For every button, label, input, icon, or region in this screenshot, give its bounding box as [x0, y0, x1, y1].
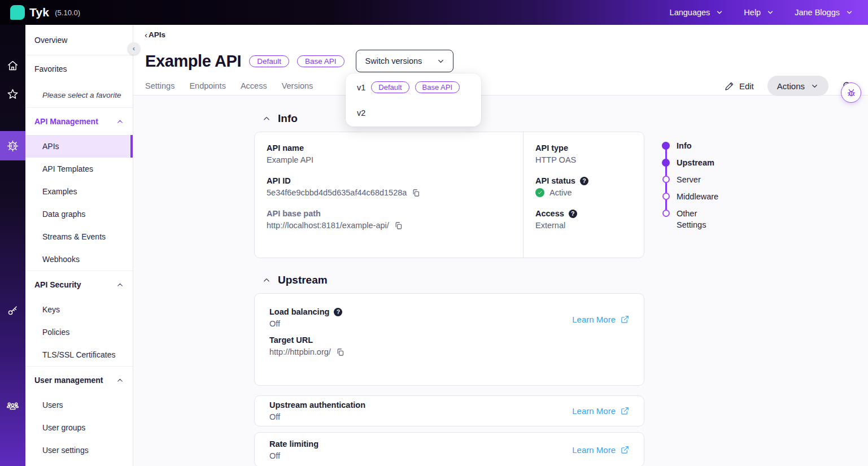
tab-settings[interactable]: Settings: [145, 81, 175, 94]
languages-menu[interactable]: Languages: [670, 8, 724, 17]
anchor-link-other-settings[interactable]: Other Settings: [677, 208, 717, 230]
anchor-dot-other-settings[interactable]: [662, 210, 670, 217]
help-tooltip-icon[interactable]: [569, 210, 577, 218]
copy-icon: [336, 348, 344, 356]
chevron-down-icon: [845, 8, 853, 16]
copy-button[interactable]: [412, 189, 420, 197]
field-label: API type: [535, 143, 633, 153]
anchor-link-upstream[interactable]: Upstream: [677, 157, 717, 168]
rail-home-button[interactable]: [0, 51, 25, 80]
tab-versions[interactable]: Versions: [282, 81, 313, 94]
anchor-dot-middleware[interactable]: [662, 193, 670, 200]
sidebar-item-favorites[interactable]: Favorites: [25, 55, 133, 82]
sidebar-item-examples[interactable]: Examples: [25, 180, 133, 203]
field-label: API status: [535, 176, 575, 185]
actions-label: Actions: [777, 81, 805, 91]
brand: Tyk (5.10.0): [10, 5, 80, 20]
learn-more-link[interactable]: Learn More: [572, 315, 629, 324]
info-card-right-column: API type HTTP OAS API status Active: [523, 132, 644, 258]
api-base-path-value: http://localhost:8181/example-api/: [267, 221, 389, 230]
sidebar-item-policies[interactable]: Policies: [25, 321, 133, 343]
sidebar-collapse-button[interactable]: [128, 42, 140, 55]
switch-versions-button[interactable]: Switch versions: [356, 50, 454, 72]
bug-icon: [846, 88, 857, 98]
help-tooltip-icon[interactable]: [580, 177, 588, 185]
upstream-auth-card: Upstream authentication Off Learn More: [254, 395, 644, 426]
favorites-empty-state: Please select a favorite: [25, 82, 133, 107]
tab-endpoints[interactable]: Endpoints: [189, 81, 226, 94]
anchor-link-info[interactable]: Info: [677, 140, 717, 151]
field-label: API base path: [267, 209, 509, 218]
rail-favorites-button[interactable]: [0, 79, 25, 108]
breadcrumb[interactable]: APIs: [145, 30, 165, 40]
api-id-value: 5e34f6e9cbbd4d5d635af44c68d1528a: [267, 188, 407, 197]
sidebar-item-label: API Templates: [42, 164, 93, 173]
field-value: Off: [269, 412, 365, 421]
anchor-dot-info[interactable]: [662, 142, 670, 150]
sidebar-item-data-graphs[interactable]: Data graphs: [25, 203, 133, 225]
sidebar-item-label: Policies: [42, 328, 69, 337]
chevron-down-icon: [810, 82, 819, 90]
user-menu[interactable]: Jane Bloggs: [795, 8, 853, 17]
target-url-value: http://httpbin.org/: [269, 347, 331, 356]
debug-button[interactable]: [841, 82, 861, 103]
sidebar-item-keys[interactable]: Keys: [25, 298, 133, 321]
field-label: API ID: [267, 176, 509, 185]
sidebar-section-api-security[interactable]: API Security: [25, 271, 133, 298]
sidebar-item-overview[interactable]: Overview: [25, 25, 133, 55]
version-option-v2[interactable]: v2: [346, 100, 481, 125]
actions-button[interactable]: Actions: [767, 76, 828, 96]
tab-access[interactable]: Access: [241, 81, 267, 94]
rate-limiting-card: Rate limiting Off Learn More: [254, 432, 644, 466]
sidebar-section-user-management[interactable]: User management: [25, 367, 133, 394]
field-value: HTTP OAS: [535, 155, 633, 164]
field-label: Access: [535, 209, 564, 218]
anchor-link-server[interactable]: Server: [677, 174, 717, 185]
star-icon: [7, 88, 19, 100]
api-name-field: API name Example API: [267, 143, 509, 164]
field-value: External: [535, 221, 633, 230]
tab-bar: Settings Endpoints Access Versions: [145, 81, 313, 94]
sidebar-item-user-settings[interactable]: User settings: [25, 439, 133, 461]
sidebar-item-users[interactable]: Users: [25, 394, 133, 416]
rail-user-management-button[interactable]: [0, 391, 25, 421]
edit-button[interactable]: Edit: [725, 81, 754, 91]
sidebar-item-tls-ssl-certificates[interactable]: TLS/SSL Certificates: [25, 343, 133, 366]
anchor-dot-upstream[interactable]: [662, 159, 670, 167]
pencil-icon: [725, 81, 734, 91]
copy-button[interactable]: [336, 348, 344, 356]
sidebar-item-user-groups[interactable]: User groups: [25, 416, 133, 439]
copy-button[interactable]: [394, 221, 403, 230]
status-badge: Active: [549, 188, 572, 197]
anchor-dot-server[interactable]: [662, 176, 670, 183]
sidebar-item-webhooks[interactable]: Webhooks: [25, 248, 133, 271]
help-menu[interactable]: Help: [744, 8, 774, 17]
chevron-down-icon: [437, 57, 445, 66]
sidebar-item-streams-events[interactable]: Streams & Events: [25, 225, 133, 248]
sidebar-section-api-management[interactable]: API Management: [25, 108, 133, 135]
main-content: APIs Example API Default Base API Switch…: [133, 25, 868, 466]
sidebar-item-label: Streams & Events: [42, 232, 106, 241]
chevron-up-icon[interactable]: [263, 115, 271, 123]
load-balancing-card: Load balancing Off Target URL http://htt…: [254, 293, 644, 386]
rail-api-security-button[interactable]: [0, 295, 25, 325]
users-icon: [6, 400, 19, 413]
page-title: Example API: [145, 52, 241, 71]
sidebar-item-apis[interactable]: APIs: [25, 135, 133, 158]
anchor-link-middleware[interactable]: Middleware: [677, 191, 717, 202]
field-label: Rate limiting: [269, 439, 319, 448]
base-api-badge: Base API: [415, 81, 460, 93]
section-title: User management: [34, 376, 103, 385]
learn-more-link[interactable]: Learn More: [572, 406, 629, 416]
learn-more-label: Learn More: [572, 445, 616, 455]
learn-more-link[interactable]: Learn More: [572, 445, 629, 455]
field-value: Example API: [267, 155, 509, 164]
gear-code-icon: [6, 140, 19, 153]
sidebar-item-api-templates[interactable]: API Templates: [25, 158, 133, 180]
help-tooltip-icon[interactable]: [334, 308, 342, 316]
copy-icon: [394, 221, 403, 230]
version-option-v1[interactable]: v1 Default Base API: [346, 75, 481, 100]
chevron-up-icon: [116, 118, 124, 125]
chevron-up-icon[interactable]: [263, 276, 271, 284]
rail-api-management-button[interactable]: [0, 131, 25, 160]
